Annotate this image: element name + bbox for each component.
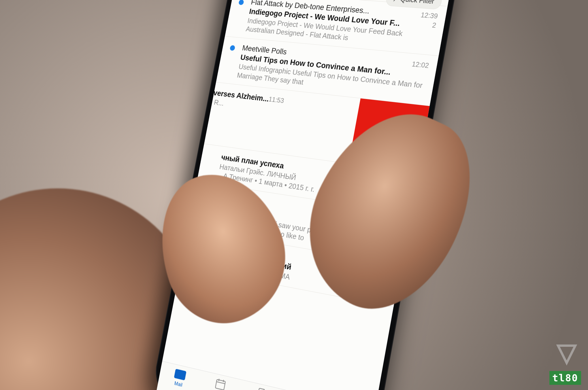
- tab-mail[interactable]: Mail: [163, 365, 196, 390]
- quick-filter-label: Quick Filter: [400, 0, 435, 5]
- message-time: 12:02: [411, 60, 429, 70]
- message-time: 12:39: [420, 11, 438, 20]
- unread-dot-icon: [238, 0, 244, 5]
- svg-marker-3: [392, 0, 399, 2]
- svg-rect-5: [215, 379, 225, 390]
- watermark-text: tl80: [549, 371, 581, 385]
- message-time: 11:53: [268, 95, 284, 104]
- lightning-icon: [391, 0, 399, 4]
- unread-dot-icon: [229, 45, 235, 51]
- svg-marker-8: [558, 346, 575, 363]
- verge-logo-icon: [555, 343, 578, 367]
- message-thread-count: 2: [419, 20, 437, 30]
